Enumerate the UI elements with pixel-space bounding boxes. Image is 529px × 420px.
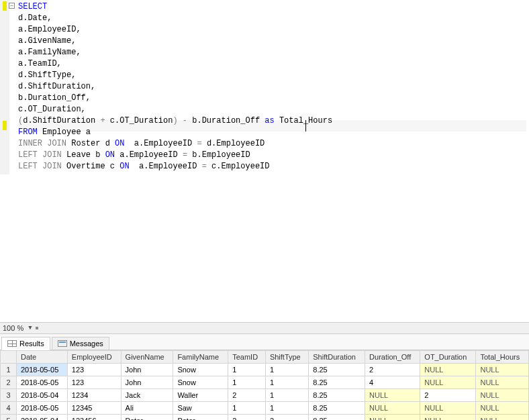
cell-employeeid[interactable]: 12345 — [67, 402, 121, 415]
cell-familyname[interactable]: Peter — [173, 415, 228, 421]
cell-durationoff[interactable]: NULL — [365, 415, 420, 421]
table-header-row: Date EmployeeID GivenName FamilyName Tea… — [1, 351, 529, 364]
cell-givenname[interactable]: John — [121, 376, 173, 389]
cell-date[interactable]: 2018-05-05 — [17, 402, 68, 415]
cell-teamid[interactable]: 1 — [228, 402, 266, 415]
cell-familyname[interactable]: Snow — [173, 364, 228, 376]
results-grid-pane[interactable]: Date EmployeeID GivenName FamilyName Tea… — [0, 350, 529, 420]
cell-shiftduration[interactable]: 8.25 — [309, 376, 365, 389]
col-teamid[interactable]: TeamID — [228, 351, 266, 364]
cell-durationoff[interactable]: 4 — [365, 376, 420, 389]
tab-results-label: Results — [19, 339, 44, 348]
rownum[interactable]: 2 — [1, 376, 17, 389]
col-shifttype[interactable]: ShiftType — [265, 351, 308, 364]
cell-shifttype[interactable]: 1 — [265, 364, 308, 376]
rownum[interactable]: 3 — [1, 389, 17, 402]
cell-totalhours[interactable]: NULL — [476, 389, 529, 402]
cell-date[interactable]: 2018-05-05 — [17, 364, 68, 376]
col-durationoff[interactable]: Duration_Off — [365, 351, 420, 364]
table-row[interactable]: 42018-05-0512345AliSaw118.25NULLNULLNULL — [1, 402, 529, 415]
cell-date[interactable]: 2018-05-04 — [17, 389, 68, 402]
rownum[interactable]: 5 — [1, 415, 17, 421]
scroll-thumb-icon[interactable] — [36, 327, 38, 329]
col-familyname[interactable]: FamilyName — [173, 351, 228, 364]
cell-shifttype[interactable]: 2 — [265, 415, 308, 421]
cell-shifttype[interactable]: 1 — [265, 376, 308, 389]
sql-code[interactable]: SELECT d.Date, a.EmployeeID, a.GivenName… — [18, 1, 332, 172]
cell-durationoff[interactable]: NULL — [365, 389, 420, 402]
cell-shifttype[interactable]: 1 — [265, 402, 308, 415]
rownum[interactable]: 1 — [1, 364, 17, 376]
tab-messages-label: Messages — [70, 339, 103, 348]
cell-givenname[interactable]: John — [121, 364, 173, 376]
cell-otduration[interactable]: NULL — [420, 376, 476, 389]
cell-otduration[interactable]: NULL — [420, 364, 476, 376]
cell-teamid[interactable]: 1 — [228, 364, 266, 376]
editor-gutter — [0, 0, 9, 174]
table-row[interactable]: 32018-05-041234JackWaller218.25NULL2NULL — [1, 389, 529, 402]
zoom-bar: 100 % ▼ — [0, 322, 529, 334]
cell-shiftduration[interactable]: 8.25 — [309, 402, 365, 415]
cell-familyname[interactable]: Saw — [173, 402, 228, 415]
cell-employeeid[interactable]: 123 — [67, 364, 121, 376]
cell-totalhours[interactable]: NULL — [476, 364, 529, 376]
cell-familyname[interactable]: Waller — [173, 389, 228, 402]
cell-givenname[interactable]: Ali — [121, 402, 173, 415]
cell-givenname[interactable]: Jack — [121, 389, 173, 402]
cell-otduration[interactable]: 2 — [420, 389, 476, 402]
cell-durationoff[interactable]: 2 — [365, 364, 420, 376]
cell-totalhours[interactable]: NULL — [476, 376, 529, 389]
table-row[interactable]: 22018-05-05123JohnSnow118.254NULLNULL — [1, 376, 529, 389]
rownum[interactable]: 4 — [1, 402, 17, 415]
col-employeeid[interactable]: EmployeeID — [67, 351, 121, 364]
col-otduration[interactable]: OT_Duration — [420, 351, 476, 364]
cell-date[interactable]: 2018-05-04 — [17, 415, 68, 421]
col-date[interactable]: Date — [17, 351, 68, 364]
cell-otduration[interactable]: NULL — [420, 402, 476, 415]
table-row[interactable]: 12018-05-05123JohnSnow118.252NULLNULL — [1, 364, 529, 376]
col-shiftduration[interactable]: ShiftDuration — [309, 351, 365, 364]
cell-totalhours[interactable]: NULL — [476, 415, 529, 421]
cell-familyname[interactable]: Snow — [173, 376, 228, 389]
cell-date[interactable]: 2018-05-05 — [17, 376, 68, 389]
zoom-level[interactable]: 100 % — [0, 324, 26, 332]
rownum-header — [1, 351, 17, 364]
cell-shiftduration[interactable]: 8.25 — [309, 389, 365, 402]
cell-employeeid[interactable]: 123456 — [67, 415, 121, 421]
cell-teamid[interactable]: 1 — [228, 376, 266, 389]
cell-shifttype[interactable]: 1 — [265, 389, 308, 402]
tab-messages[interactable]: Messages — [52, 337, 109, 350]
cell-otduration[interactable]: NULL — [420, 415, 476, 421]
sql-editor-pane[interactable]: − SELECT d.Date, a.EmployeeID, a.GivenNa… — [0, 0, 529, 322]
results-tabs: Results Messages — [0, 334, 529, 350]
cell-teamid[interactable]: 2 — [228, 389, 266, 402]
collapse-region-icon[interactable]: − — [9, 3, 15, 9]
change-marker-icon — [3, 121, 7, 130]
tab-results[interactable]: Results — [1, 337, 50, 350]
grid-icon — [7, 340, 17, 347]
cell-shiftduration[interactable]: 8.25 — [309, 415, 365, 421]
col-givenname[interactable]: GivenName — [121, 351, 173, 364]
message-icon — [58, 340, 67, 347]
cell-employeeid[interactable]: 123 — [67, 376, 121, 389]
zoom-dropdown-icon[interactable]: ▼ — [26, 325, 34, 331]
table-row[interactable]: 52018-05-04123456PeterPeter228.25NULLNUL… — [1, 415, 529, 421]
col-totalhours[interactable]: Total_Hours — [476, 351, 529, 364]
cell-givenname[interactable]: Peter — [121, 415, 173, 421]
cell-shiftduration[interactable]: 8.25 — [309, 364, 365, 376]
cell-totalhours[interactable]: NULL — [476, 402, 529, 415]
change-marker-icon — [3, 1, 7, 11]
cell-durationoff[interactable]: NULL — [365, 402, 420, 415]
cell-employeeid[interactable]: 1234 — [67, 389, 121, 402]
results-table[interactable]: Date EmployeeID GivenName FamilyName Tea… — [0, 350, 529, 420]
cell-teamid[interactable]: 2 — [228, 415, 266, 421]
